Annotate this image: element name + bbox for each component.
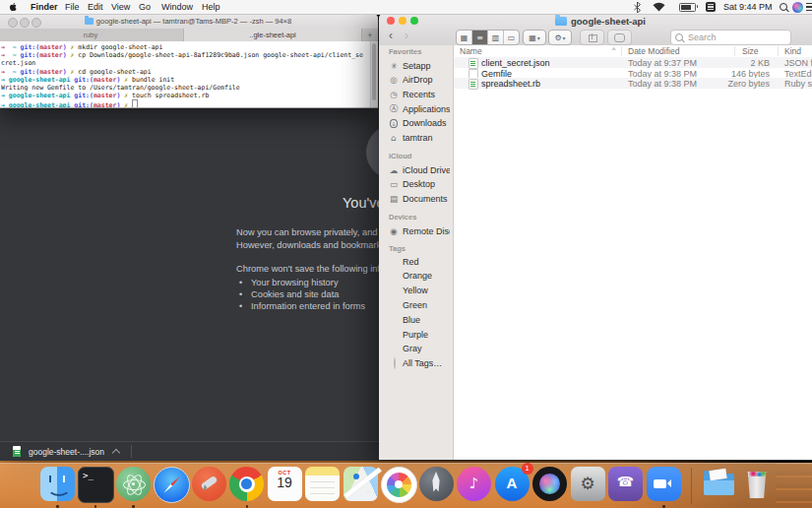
file-list-area[interactable]: Name ^ Date Modified Size Kind client_se… — [454, 45, 812, 460]
sidebar-tag-orange[interactable]: Orange — [389, 270, 450, 283]
terminal-scrollbar[interactable] — [370, 41, 378, 107]
sidebar-item-documents[interactable]: ▤Documents — [389, 192, 450, 205]
sidebar-item-home[interactable]: ⌂tamtran — [389, 132, 450, 145]
itunes-dock-icon[interactable] — [457, 467, 491, 501]
sidebar-item-airdrop[interactable]: ◎AirDrop — [389, 74, 450, 87]
bullet-dot: • — [239, 278, 242, 287]
sidebar-item-desktop[interactable]: ▭Desktop — [389, 178, 450, 191]
sidebar-tag-gray[interactable]: Gray — [389, 343, 450, 355]
menu-help[interactable]: Help — [202, 1, 220, 13]
menu-edit[interactable]: Edit — [88, 1, 103, 13]
list-view-icon[interactable]: ≡ — [472, 31, 488, 44]
terminal-tab-active[interactable]: ..gle-sheet-api — [184, 29, 362, 41]
menu-go[interactable]: Go — [139, 1, 151, 13]
app-store-badge: 1 — [522, 463, 533, 475]
menu-window[interactable]: Window — [161, 1, 193, 13]
sidebar-all-tags[interactable]: All Tags… — [389, 357, 450, 370]
group-by-button[interactable]: ▦▾ — [523, 30, 546, 45]
terminal-dock-icon[interactable] — [78, 467, 114, 503]
bluetooth-icon[interactable] — [634, 0, 641, 14]
finder-window-title: google-sheet-api — [379, 16, 812, 27]
minimize-button[interactable] — [20, 18, 30, 28]
zeplin-dock-icon[interactable] — [192, 467, 226, 501]
terminal-cursor — [132, 99, 138, 108]
viber-dock-icon[interactable] — [608, 467, 643, 501]
close-button[interactable] — [8, 18, 18, 28]
dock: OCT 19 1 — [0, 463, 812, 508]
maps-dock-icon[interactable] — [344, 467, 378, 501]
spotlight-icon[interactable] — [780, 0, 787, 14]
column-view-icon[interactable]: ▥ — [488, 31, 504, 44]
back-button[interactable]: ‹ — [389, 29, 393, 42]
sidebar-item-remote-disc[interactable]: ◉Remote Disc — [389, 224, 450, 237]
battery-icon[interactable] — [679, 0, 696, 14]
column-header-size[interactable]: Size — [742, 46, 759, 56]
safari-dock-icon[interactable] — [154, 467, 190, 503]
column-header-kind[interactable]: Kind — [784, 46, 801, 56]
sidebar-item-recents[interactable]: ◷Recents — [389, 88, 450, 100]
finder-window[interactable]: google-sheet-api ‹ › ▦ ≡ ▥ ▭ ▦▾ ⚙▾ Favor… — [379, 13, 812, 460]
column-header-name[interactable]: Name — [460, 46, 482, 56]
sidebar-tag-green[interactable]: Green — [389, 298, 450, 311]
downloads-folder-dock-icon[interactable] — [702, 467, 736, 501]
atom-dock-icon[interactable] — [116, 467, 151, 501]
incognito-bullet: Information entered in forms — [251, 301, 365, 311]
download-expand-chevron-icon[interactable] — [112, 449, 120, 457]
sidebar-item-icloud-drive[interactable]: ☁iCloud Drive — [389, 163, 450, 176]
sidebar-item-downloads[interactable]: ↓Downloads — [389, 117, 450, 130]
calendar-dock-icon[interactable]: OCT 19 — [268, 467, 302, 501]
sidebar-tag-blue[interactable]: Blue — [389, 313, 450, 326]
chrome-dock-icon[interactable] — [229, 467, 264, 501]
app-store-dock-icon[interactable]: 1 — [495, 467, 530, 501]
wifi-icon[interactable] — [653, 0, 665, 14]
gallery-view-icon[interactable]: ▭ — [504, 31, 519, 44]
menu-view[interactable]: View — [111, 1, 130, 13]
terminal-output[interactable]: → ~ git:(master) ✗ mkdir google-sheet-ap… — [0, 41, 378, 108]
system-preferences-dock-icon[interactable] — [571, 467, 605, 501]
search-field[interactable] — [670, 30, 791, 45]
finder-dock-icon[interactable] — [40, 467, 75, 501]
siri-icon[interactable] — [792, 0, 803, 14]
tag-button[interactable] — [607, 30, 632, 45]
sort-indicator[interactable]: ^ — [612, 46, 615, 53]
zoom-button[interactable] — [31, 18, 41, 28]
desktop-icon: ▭ — [389, 179, 399, 189]
sidebar-item-setapp[interactable]: ✳Setapp — [389, 59, 450, 72]
terminal-tab-ruby[interactable]: ruby — [0, 29, 184, 41]
notification-center-icon[interactable] — [806, 0, 812, 14]
menu-bar-clock[interactable]: Sat 9:44 PM — [723, 0, 773, 14]
running-indicator — [94, 505, 97, 508]
trash-dock-icon[interactable] — [740, 467, 775, 501]
sidebar-header: Favorites — [389, 47, 421, 56]
sidebar-tag-red[interactable]: Red — [389, 255, 450, 268]
icon-view-icon[interactable]: ▦ — [457, 31, 472, 44]
menu-finder[interactable]: Finder — [31, 1, 58, 13]
view-switcher[interactable]: ▦ ≡ ▥ ▭ — [456, 30, 520, 45]
table-row[interactable]: Gemfile Today at 9:38 PM 146 bytes TextE… — [454, 68, 812, 79]
zoom-dock-icon[interactable] — [647, 467, 681, 501]
forward-button[interactable]: › — [405, 29, 408, 42]
terminal-titlebar[interactable]: google-sheet-api — tamtran@Tams-MBP-2 — … — [0, 14, 378, 30]
notes-dock-icon[interactable] — [305, 467, 340, 501]
new-tab-button[interactable]: + — [362, 29, 378, 41]
launchpad-dock-icon[interactable] — [419, 467, 454, 501]
sidebar-tag-yellow[interactable]: Yellow — [389, 285, 450, 297]
setapp-icon: ✳ — [389, 61, 399, 71]
sidebar-item-applications[interactable]: ⒶApplications — [389, 102, 450, 115]
folder-icon — [85, 18, 94, 25]
action-gear-button[interactable]: ⚙▾ — [548, 30, 572, 45]
table-row[interactable]: client_secret.json Today at 9:37 PM 2 KB… — [454, 57, 812, 68]
terminal-window[interactable]: google-sheet-api — tamtran@Tams-MBP-2 — … — [0, 14, 378, 108]
photos-dock-icon[interactable] — [381, 467, 417, 503]
sidebar-tag-purple[interactable]: Purple — [389, 328, 450, 341]
siri-dock-icon[interactable] — [532, 467, 567, 501]
search-input[interactable] — [686, 32, 769, 43]
table-row[interactable]: spreadsheet.rb Today at 9:38 PM Zero byt… — [454, 78, 812, 89]
input-source-icon[interactable] — [706, 0, 716, 14]
finder-titlebar[interactable]: google-sheet-api ‹ › ▦ ≡ ▥ ▭ ▦▾ ⚙▾ — [379, 13, 812, 46]
downloaded-file-name[interactable]: google-sheet-....json — [29, 447, 104, 457]
share-button[interactable] — [580, 30, 604, 45]
menu-file[interactable]: File — [65, 1, 80, 13]
apple-menu-icon[interactable] — [9, 2, 18, 12]
column-header-date[interactable]: Date Modified — [628, 46, 679, 56]
